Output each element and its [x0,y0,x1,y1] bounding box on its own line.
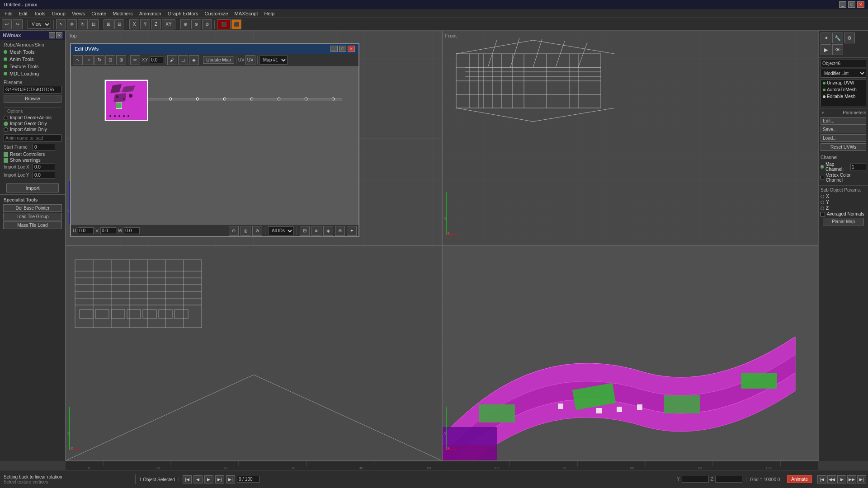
reset-controllers-option[interactable]: Reset Controllers [4,152,61,157]
timeline[interactable]: 0 10 20 30 40 50 60 70 80 90 100 [66,461,818,470]
start-frame-input[interactable] [33,144,55,150]
panel-minimize[interactable]: _ [49,32,55,38]
tool-mesh[interactable]: Mesh Tools [0,48,65,56]
import-loc-x-input[interactable] [33,164,55,170]
toolbar-magnet[interactable]: ⊕ [180,19,190,29]
dialog-restore[interactable]: □ [339,46,346,52]
toolbar-x[interactable]: X [129,19,139,29]
save-btn[interactable]: Save... [821,126,866,133]
uvw-rotate-tool[interactable]: ↻ [94,55,104,65]
anim-name-input[interactable] [4,134,61,142]
x-radio[interactable] [821,195,824,198]
modifier-aurora[interactable]: AuroraTriMesh [821,86,866,93]
z-coord-input[interactable] [715,476,742,483]
toolbar-y[interactable]: Y [140,19,150,29]
toolbar-select[interactable]: ↖ [56,19,66,29]
close-button[interactable]: ✕ [857,1,864,8]
uvw-erase-tool[interactable]: ◻ [178,55,188,65]
toolbar-redo[interactable]: ↪ [13,19,23,29]
toolbar-view-dropdown[interactable]: View [28,20,51,29]
show-warnings-option[interactable]: Show warnings [4,158,61,163]
update-map-btn[interactable]: Update Map [203,56,234,64]
map-channel-radio[interactable] [821,165,824,169]
menu-file[interactable]: File [2,10,15,17]
frame-input[interactable] [237,476,259,483]
map-dropdown[interactable]: Map #1 [259,56,288,65]
browse-button[interactable]: Browse [4,95,61,103]
modifier-unwrap[interactable]: Unwrap UVW [821,80,866,86]
viewport-bottom-left[interactable]: X Y [66,246,442,461]
option-geom-only[interactable]: Import Geom Only [4,121,61,126]
y-radio[interactable] [821,201,824,204]
prev-key-btn[interactable]: |◀ [183,475,192,483]
uvw-freeform-tool[interactable]: ○ [84,55,94,65]
vertex-color-radio[interactable] [821,176,824,179]
menu-edit[interactable]: Edit [16,10,30,17]
edit-btn[interactable]: Edit... [821,117,866,125]
tool-texture[interactable]: Texture Tools [0,63,65,70]
z-radio[interactable] [821,206,824,210]
averaged-checkbox[interactable] [821,212,825,216]
uvw-stitch-tool[interactable]: ◈ [189,55,199,65]
prev-frame-btn[interactable]: ◀ [193,475,203,483]
uvw-options4[interactable]: ⊕ [335,226,345,236]
next-frame-btn[interactable]: ▶| [215,475,224,483]
rt-motion[interactable]: ▶ [821,44,831,55]
panel-close[interactable]: ✕ [56,32,62,38]
play-btn[interactable]: ▶ [204,475,213,483]
maximize-button[interactable]: □ [848,1,855,8]
import-loc-y-input[interactable] [33,172,55,178]
y-coord-input[interactable] [682,476,709,483]
toolbar-scale[interactable]: ⊡ [89,19,99,29]
option-anims-only[interactable]: Import Anims Only [4,127,61,132]
time-start-btn[interactable]: |◀ [817,475,826,483]
menu-modifiers[interactable]: Modifiers [110,10,136,17]
time-next-btn[interactable]: ▶▶ [847,475,856,483]
menu-views[interactable]: Views [69,10,88,17]
menu-create[interactable]: Create [89,10,109,17]
mass-tile-load-btn[interactable]: Mass Tile Load [3,221,62,229]
uvw-pencil-tool[interactable]: ✏ [130,55,140,65]
menu-animation[interactable]: Animation [137,10,164,17]
toolbar-snap[interactable]: ⊗ [191,19,201,29]
rt-display[interactable]: 👁 [832,44,843,55]
u-input[interactable] [78,227,94,234]
uvw-mirror-tool[interactable]: ⊞ [116,55,126,65]
uvw-paint-tool[interactable]: 🖌 [167,55,177,65]
menu-maxscript[interactable]: MAXScript [232,10,261,17]
filename-input[interactable] [4,86,61,94]
next-key-btn[interactable]: ▶| [226,475,235,483]
modifier-list-dropdown[interactable]: Modifier List [821,69,866,78]
time-end-btn[interactable]: ▶| [857,475,866,483]
planar-map-btn[interactable]: Planar Map [823,218,864,225]
reset-uvws-btn[interactable]: Reset UVWs [821,143,866,151]
rt-create[interactable]: ✦ [821,33,831,43]
uvw-input1[interactable] [150,56,163,63]
map-channel-input[interactable] [850,164,866,170]
menu-tools[interactable]: Tools [31,10,48,17]
uvw-snap3[interactable]: ⊘ [252,226,262,236]
rt-hierarchy[interactable]: ⚙ [844,33,855,43]
toolbar-mirror[interactable]: ⊞ [104,19,113,29]
menu-group[interactable]: Group [49,10,68,17]
toolbar-align[interactable]: ⊟ [114,19,124,29]
menu-graph-editors[interactable]: Graph Editors [165,10,201,17]
tool-robe[interactable]: Robe/Armour/Skin [0,41,65,48]
del-base-pointer-btn[interactable]: Del Base Pointer [3,204,62,212]
uvw-scale-tool[interactable]: ⊡ [105,55,115,65]
menu-help[interactable]: Help [262,10,278,17]
viewport-3d[interactable]: X Y [442,246,819,461]
toolbar-named-sel[interactable]: ⬛ [217,19,231,29]
animate-btn[interactable]: Animate [787,475,812,483]
ids-dropdown[interactable]: All IDs [268,226,294,235]
minimize-button[interactable]: _ [839,1,846,8]
uvw-snap1[interactable]: ⊙ [229,226,239,236]
tool-anim[interactable]: Anim Tools [0,56,65,63]
w-input[interactable] [124,227,140,234]
menu-customize[interactable]: Customize [202,10,231,17]
dialog-minimize[interactable]: _ [330,46,338,52]
object-name-input[interactable] [821,60,866,67]
toolbar-rotate[interactable]: ↻ [78,19,88,29]
uvw-options3[interactable]: ◈ [323,226,333,236]
viewport-front[interactable]: Front [442,31,819,246]
